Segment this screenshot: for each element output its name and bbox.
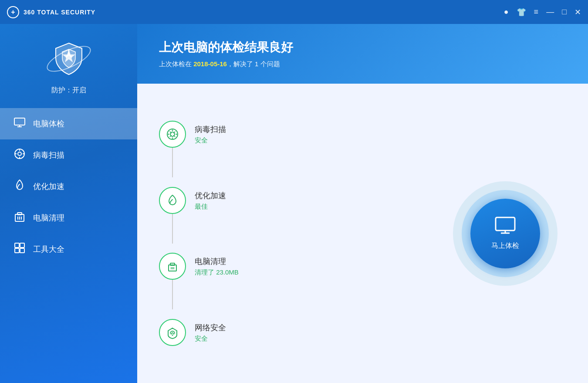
network-check-name: 网络安全 — [195, 322, 226, 333]
virus-check-icon — [166, 127, 179, 141]
close-button[interactable]: ✕ — [574, 7, 581, 17]
menu-icon[interactable]: ≡ — [534, 7, 539, 17]
optimize-label: 优化加速 — [33, 181, 64, 192]
virus-check-text: 病毒扫描 安全 — [195, 121, 226, 145]
pc-checkup-icon — [13, 118, 26, 130]
maximize-button[interactable]: □ — [562, 7, 567, 17]
svg-rect-15 — [15, 243, 19, 247]
sidebar-item-optimize[interactable]: 优化加速 — [0, 171, 137, 202]
shield-container — [47, 37, 91, 81]
tools-icon — [13, 242, 26, 256]
sidebar-item-tools[interactable]: 工具大全 — [0, 234, 137, 265]
virus-scan-icon — [13, 148, 26, 162]
optimize-check-name: 优化加速 — [195, 190, 226, 201]
header-title: 上次电脑的体检结果良好 — [159, 39, 566, 56]
svg-point-21 — [172, 129, 173, 131]
sidebar-item-pc-checkup[interactable]: 电脑体检 — [0, 108, 137, 139]
clean-check-name: 电脑清理 — [195, 256, 239, 267]
check-item-virus: 病毒扫描 安全 — [159, 121, 427, 148]
sidebar-item-virus-scan[interactable]: 病毒扫描 — [0, 139, 137, 171]
clean-check-icon — [166, 259, 179, 273]
network-check-circle — [159, 319, 186, 346]
clean-check-status: 清理了 23.0MB — [195, 268, 239, 277]
check-item-clean: 电脑清理 清理了 23.0MB — [159, 253, 427, 280]
scan-area: 马上体检 — [444, 101, 566, 366]
svg-point-23 — [168, 133, 169, 135]
logo-plus: + — [11, 8, 15, 16]
scan-button-label: 马上体检 — [491, 241, 519, 251]
pc-checkup-label: 电脑体检 — [33, 119, 64, 129]
header-subtitle: 上次体检在 2018-05-16，解决了 1 个问题 — [159, 60, 566, 68]
virus-check-status: 安全 — [195, 136, 226, 145]
network-check-text: 网络安全 安全 — [195, 319, 226, 343]
optimize-check-status: 最佳 — [195, 203, 226, 211]
main-layout: 防护：开启 电脑体检 — [0, 24, 588, 383]
svg-point-24 — [176, 133, 177, 135]
tools-label: 工具大全 — [33, 244, 64, 254]
titlebar: + 360 TOTAL SECURITY ● 👕 ≡ — □ ✕ — [0, 0, 588, 24]
clean-label: 电脑清理 — [33, 213, 64, 223]
shield-icon — [54, 41, 84, 76]
clean-icon — [13, 211, 26, 225]
virus-scan-label: 病毒扫描 — [33, 150, 64, 160]
content-header: 上次电脑的体检结果良好 上次体检在 2018-05-16，解决了 1 个问题 — [137, 24, 588, 84]
svg-rect-18 — [20, 248, 24, 253]
clean-check-text: 电脑清理 清理了 23.0MB — [195, 253, 239, 277]
clean-check-circle — [159, 253, 186, 280]
app-title: 360 TOTAL SECURITY — [24, 9, 95, 16]
window-controls: ● 👕 ≡ — □ ✕ — [504, 7, 581, 17]
shirt-icon[interactable]: 👕 — [517, 7, 526, 17]
scan-button[interactable]: 马上体检 — [470, 199, 540, 268]
minimize-button[interactable]: — — [546, 7, 554, 17]
check-item-network: 网络安全 安全 — [159, 319, 427, 346]
subtitle-prefix: 上次体检在 — [159, 60, 193, 68]
scan-button-outer[interactable]: 马上体检 — [453, 181, 558, 286]
check-item-optimize: 优化加速 最佳 — [159, 187, 427, 214]
optimize-check-icon — [166, 193, 179, 207]
sidebar-item-clean[interactable]: 电脑清理 — [0, 202, 137, 234]
svg-rect-11 — [17, 213, 22, 215]
optimize-icon — [13, 179, 26, 194]
protection-status: 防护：开启 — [51, 86, 86, 95]
sidebar-logo-area: 防护：开启 — [47, 24, 91, 104]
network-check-icon — [166, 325, 179, 339]
svg-point-5 — [18, 152, 21, 156]
svg-rect-17 — [15, 248, 19, 253]
network-check-status: 安全 — [195, 335, 226, 343]
svg-rect-16 — [20, 243, 24, 247]
subtitle-suffix: ，解决了 1 个问题 — [227, 60, 280, 68]
header-date: 2018-05-16 — [193, 60, 227, 68]
optimize-check-text: 优化加速 最佳 — [195, 187, 226, 211]
optimize-check-circle — [159, 187, 186, 214]
content-body: 病毒扫描 安全 优化加速 最佳 — [137, 84, 588, 383]
check-list: 病毒扫描 安全 优化加速 最佳 — [159, 101, 427, 366]
svg-point-22 — [172, 137, 173, 139]
virus-check-name: 病毒扫描 — [195, 124, 226, 135]
svg-rect-1 — [14, 118, 25, 125]
sidebar: 防护：开启 电脑体检 — [0, 24, 137, 383]
scan-button-middle: 马上体检 — [462, 190, 549, 277]
logo-circle: + — [7, 6, 19, 18]
svg-rect-31 — [496, 217, 515, 230]
user-icon[interactable]: ● — [504, 7, 509, 17]
svg-point-30 — [172, 335, 173, 336]
titlebar-left: + 360 TOTAL SECURITY — [7, 6, 95, 18]
scan-button-icon — [495, 217, 516, 239]
svg-rect-26 — [170, 263, 175, 265]
nav-items: 电脑体检 病毒扫描 — [0, 108, 137, 265]
virus-check-circle — [159, 121, 186, 148]
content-area: 上次电脑的体检结果良好 上次体检在 2018-05-16，解决了 1 个问题 — [137, 24, 588, 383]
